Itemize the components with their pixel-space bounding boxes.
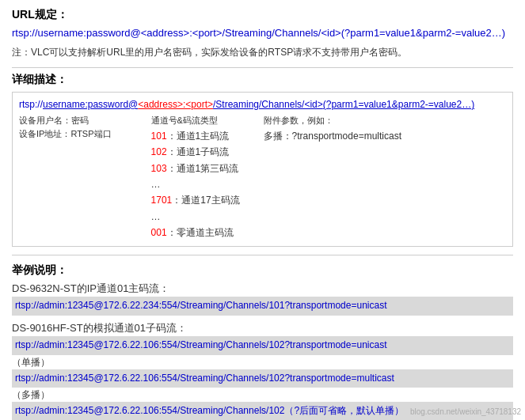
params-col: 附件参数，例如： 多播：?transportmode=multicast <box>264 115 401 241</box>
detail-title: 详细描述： <box>12 73 513 87</box>
channel-ellipsis1: … <box>151 176 240 192</box>
channel-102: 102：通道1子码流 <box>151 144 240 160</box>
example-2c-url: rtsp://admin:12345@172.6.22.106:554/Stre… <box>12 402 513 420</box>
detail-url-line: rtsp://username:password@<address>:<port… <box>19 97 506 112</box>
example-2b-note: （多播） <box>12 388 513 402</box>
fields-col: 设备用户名：密码 设备IP地址：RTSP端口 <box>19 115 112 241</box>
detail-grid: 设备用户名：密码 设备IP地址：RTSP端口 通道号&码流类型 101：通道1主… <box>19 115 506 241</box>
detail-box: rtsp://username:password@<address>:<port… <box>12 92 513 247</box>
note-prefix: 注： <box>12 47 31 58</box>
channel-001: 001：零通道主码流 <box>151 225 240 240</box>
channel-ellipsis2: … <box>151 209 240 225</box>
example-2: DS-9016HF-ST的模拟通道01子码流： rtsp://admin:123… <box>12 320 513 420</box>
example-1-label: DS-9632N-ST的IP通道01主码流： <box>12 281 513 297</box>
divider-1 <box>12 67 513 68</box>
url-spec-url: rtsp://username:password@<address>:<port… <box>12 25 513 42</box>
field-user: 设备用户名：密码 <box>19 115 112 127</box>
url-path: /Streaming/Channels/<id> <box>213 99 323 110</box>
channel-1701: 1701：通道17主码流 <box>151 192 240 208</box>
field-address: 设备IP地址：RTSP端口 <box>19 128 112 140</box>
example-1-url: rtsp://admin:12345@172.6.22.234:554/Stre… <box>12 297 513 315</box>
detail-section: 详细描述： rtsp://username:password@<address>… <box>12 73 513 247</box>
url-user-pass: username:password@ <box>43 99 138 110</box>
example-2-url: rtsp://admin:12345@172.6.22.106:554/Stre… <box>12 336 513 354</box>
channel-103: 103：通道1第三码流 <box>151 161 240 176</box>
url-address-port: <address>:<port> <box>138 99 213 110</box>
url-rtsp: rtsp:// <box>19 99 43 110</box>
url-params: (?parm1=value1&parm2-=value2…) <box>323 99 474 110</box>
url-spec-section: URL规定： rtsp://username:password@<address… <box>12 8 513 59</box>
channel-101: 101：通道1主码流 <box>151 128 240 144</box>
note-vlc: VLC可以支持解析URL里的用户名密码，实际发给设备的RTSP请求不支持带用户名… <box>31 47 407 58</box>
examples-title: 举例说明： <box>12 263 513 278</box>
example-2b-url: rtsp://admin:12345@172.6.22.106:554/Stre… <box>12 369 513 388</box>
channel-list: 101：通道1主码流 102：通道1子码流 103：通道1第三码流 … 1701… <box>151 128 240 241</box>
divider-2 <box>12 255 513 255</box>
example-2-note: （单播） <box>12 355 513 369</box>
params-example: 多播：?transportmode=multicast <box>264 128 401 144</box>
params-title: 附件参数，例如： <box>264 115 401 127</box>
url-spec-title: URL规定： <box>12 8 513 22</box>
url-spec-note: 注：VLC可以支持解析URL里的用户名密码，实际发给设备的RTSP请求不支持带用… <box>12 45 513 59</box>
channels-title: 通道号&码流类型 <box>151 115 240 127</box>
example-2-label: DS-9016HF-ST的模拟通道01子码流： <box>12 320 513 337</box>
examples-section: 举例说明： DS-9632N-ST的IP通道01主码流： rtsp://admi… <box>12 263 513 420</box>
example-1: DS-9632N-ST的IP通道01主码流： rtsp://admin:1234… <box>12 281 513 316</box>
channels-col: 通道号&码流类型 101：通道1主码流 102：通道1子码流 103：通道1第三… <box>151 115 240 241</box>
